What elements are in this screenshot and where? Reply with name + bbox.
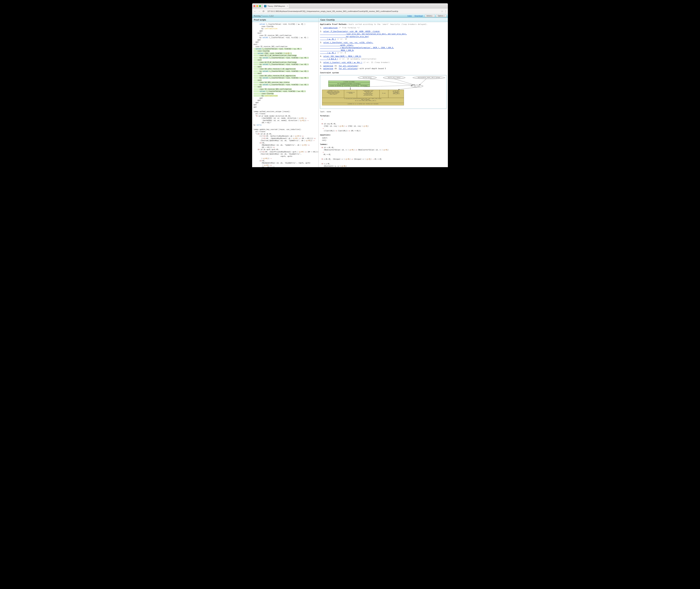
browser-tab[interactable]: T Theory: DNP3Asymm ×: [262, 4, 289, 8]
actions-button[interactable]: Actions »: [425, 14, 435, 17]
case-title: Case: CountUp: [319, 18, 448, 22]
tab-strip: T Theory: DNP3Asymm ×: [252, 3, 448, 9]
tab-close-icon[interactable]: ×: [287, 5, 288, 7]
autoprove-a-link[interactable]: autoprove: [323, 65, 333, 67]
autoprove-b-all-link[interactable]: for all solutions: [339, 67, 357, 70]
browser-window: T Theory: DNP3Asymm × ← → ⟳ 127.0.0.1:30…: [252, 3, 448, 167]
equations-header: equations:: [320, 134, 447, 136]
svg-text:!KU( CD_j_plus_1 ) @ #vk.7: !KU( CD_j_plus_1 ) @ #vk.7: [388, 77, 400, 78]
back-icon[interactable]: ←: [253, 10, 256, 13]
window-controls: [253, 5, 261, 7]
formulas-header: formulas:: [320, 115, 447, 117]
method-5-nr: // nr. 21 (loop breaker): [362, 61, 390, 63]
lemma-update-key-sourced[interactable]: lemma update_key_sourced [reuse, use_ind…: [253, 128, 317, 167]
apm-note: Goals sorted according to the 'smart' he…: [349, 23, 427, 25]
index-link[interactable]: Index: [407, 15, 412, 17]
case-pane: Case: CountUp Applicable Proof Methods: …: [319, 18, 448, 167]
svg-text:!KU( KSQ ) @ #vk.1: !KU( KSQ ) @ #vk.1: [363, 77, 372, 78]
svg-line-26: [364, 85, 412, 87]
method-4: 4. solve( !KU( hmac(SKCM_j, MDSK_j_USR_O…: [320, 55, 447, 60]
method-5-link[interactable]: solve( L_Counter( ~uid, mCSQ ) ▶₀ #vr ): [323, 61, 362, 63]
reload-icon[interactable]: ⟳: [262, 10, 265, 13]
method-5: 5. solve( L_Counter( ~uid, mCSQ ) ▶₀ #vr…: [320, 61, 447, 64]
method-1: 1. contradiction /* from formulas */: [320, 26, 447, 29]
address-bar: ← → ⟳ 127.0.0.1:3001/thy/trace/1/overvie…: [252, 9, 448, 14]
formulas-false: ⊥: [320, 118, 447, 120]
case-body: Applicable Proof Methods: Goals sorted a…: [319, 22, 448, 167]
proof-scripts-title: Proof scripts: [252, 18, 319, 22]
autoprove-b-link[interactable]: autoprove: [323, 67, 333, 70]
tab-favicon: T: [264, 5, 267, 7]
svg-line-27: [370, 79, 413, 85]
method-4-nr: // nr. 19 (probably constructible): [338, 58, 376, 60]
method-1-note: /* from formulas */: [338, 27, 359, 29]
lemmas-body: ∀ id x #i #j. (NewCounterValue( id, x ) …: [320, 147, 447, 167]
app-version: 1.2.2: [270, 15, 274, 17]
method-3-link[interactable]: solve( L_UserState( ~uid, ~uu, ~us, <cCS…: [320, 42, 394, 54]
proof-tree[interactable]: solve( L_CounterValue( ~oid, h(cCSQ) ) ▶…: [253, 23, 317, 108]
autoprove-a-all-link[interactable]: for all solutions: [339, 65, 357, 67]
svg-line-30: [398, 87, 417, 89]
method-2-nr: // nr. 10: [336, 38, 347, 40]
svg-text:L_Counter( ~uid, h(mCSQ) ): L_Counter( ~uid, h(mCSQ) ): [329, 85, 342, 86]
tab-title: Theory: DNP3Asymm: [268, 5, 285, 7]
url-field[interactable]: 127.0.0.1:3001/thy/trace/1/overview/proo…: [267, 10, 440, 13]
svg-text:Out( h(mCSQ) ): Out( h(mCSQ) ): [360, 85, 368, 86]
svg-text:#vf.1 : isend: #vf.1 : isend: [414, 85, 420, 86]
proof-scripts-body: solve( L_CounterValue( ~oid, h(cCSQ) ) ▶…: [252, 22, 319, 167]
main-split: Proof scripts solve( L_CounterValue( ~oi…: [252, 18, 448, 167]
svg-text:L_CounterValue( ~uid, h(mCSQ) : L_CounterValue( ~uid, h(mCSQ) ): [343, 85, 358, 86]
last-line: last: none: [320, 111, 447, 113]
method-3-nr: // nr. 8: [336, 52, 346, 54]
lemmas-header: lemmas:: [320, 143, 447, 146]
method-contradiction-link[interactable]: contradiction: [323, 27, 338, 29]
method-3: 3. solve( L_UserState( ~uid, ~uu, ~us, <…: [320, 41, 447, 54]
svg-text:L_Counter( ~uid, mCSQ ): L_Counter( ~uid, mCSQ ): [343, 81, 355, 82]
options-button[interactable]: Options »: [436, 14, 446, 17]
bookmark-icon[interactable]: ☆: [441, 10, 443, 13]
app-header: Running Tamarin 1.2.2 Index Download Act…: [252, 14, 448, 18]
app-brand: Tamarin: [261, 15, 269, 17]
autoprove-a: a. autoprove (A. for all solutions): [320, 65, 447, 67]
download-link[interactable]: Download: [414, 15, 423, 17]
autoprove-b: b. autoprove (B. for all solutions) with…: [320, 67, 447, 70]
close-window-icon[interactable]: [253, 5, 255, 7]
svg-text:#vr : CountUp[NewCounterValue(: #vr : CountUp[NewCounterValue( ~uid, h(m…: [338, 83, 361, 84]
lemma-authed[interactable]: lemma authed_sessions_unique [reuse]: al…: [253, 111, 317, 126]
browser-menu-icon[interactable]: ⋮: [445, 10, 447, 13]
equations-body: subst: conj:: [320, 137, 447, 142]
svg-line-29: [419, 79, 426, 85]
proof-scripts-pane: Proof scripts solve( L_CounterValue( ~oi…: [252, 18, 319, 167]
constraint-system-diagram[interactable]: !KU( KSQ ) @ #vk.1 !KU( CD_j_plus_1 ) @ …: [320, 75, 447, 109]
formulas-body: ∀ id csq #i #j. (CSQ( id, csq ) @ #i) ∧ …: [320, 123, 447, 132]
svg-line-28: [394, 79, 414, 85]
maximize-window-icon[interactable]: [259, 5, 261, 7]
method-2: 2. solve( !F_UserInvariants( ~uid, AK, $…: [320, 30, 447, 40]
applicable-methods-header: Applicable Proof Methods: Goals sorted a…: [320, 23, 447, 25]
svg-text:!KU( hmac(SKCM_j, MDSK_j_USR_O: !KU( hmac(SKCM_j, MDSK_j_USR_O) ) @ #vk.…: [418, 77, 440, 78]
constraint-system-label: Constraint system: [320, 71, 447, 74]
forward-icon[interactable]: →: [258, 10, 261, 13]
minimize-window-icon[interactable]: [256, 5, 258, 7]
running-label: Running: [254, 15, 260, 17]
method-2-link[interactable]: solve( !F_UserInvariants( ~uid, AK, $USR…: [320, 30, 407, 40]
apm-label: Applicable Proof Methods:: [320, 23, 348, 25]
